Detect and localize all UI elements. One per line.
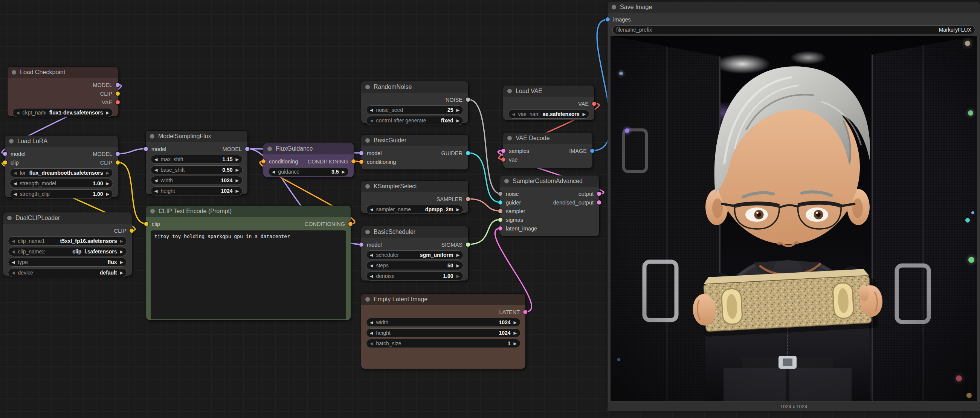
widget-strength-clip[interactable]: strength_clip 1.00 [10, 189, 113, 199]
widget-control-after-generate[interactable]: control after generate fixed [366, 116, 463, 125]
stepper-left-icon[interactable] [12, 239, 15, 243]
stepper-right-icon[interactable] [457, 264, 460, 268]
stepper-left-icon[interactable] [370, 264, 373, 268]
input-dot-sigmas[interactable] [498, 218, 503, 222]
node-load-vae[interactable]: Load VAE VAE vae_name ae.safetensors [503, 86, 594, 120]
node-header[interactable]: KSamplerSelect [361, 181, 468, 192]
input-dot-samples[interactable] [501, 149, 506, 153]
collapse-dot[interactable] [365, 230, 370, 234]
widget-scheduler[interactable]: scheduler sgm_uniform [366, 250, 463, 259]
node-header[interactable]: RandomNoise [361, 81, 468, 93]
output-dot-guider[interactable] [466, 151, 470, 155]
prompt-textarea[interactable]: tjtoy toy holding sparkgpu gpu in a data… [151, 230, 346, 319]
widget-clip-name1[interactable]: clip_name1 t5xxl_fp16.safetensors [8, 237, 127, 246]
widget-width[interactable]: width 1024 [366, 318, 520, 327]
stepper-left-icon[interactable] [12, 260, 15, 264]
widget-filename-prefix[interactable]: filename_prefix MarkuryFLUX [612, 25, 975, 34]
node-header[interactable]: ModelSamplingFlux [146, 131, 247, 142]
input-dot-model[interactable] [3, 152, 7, 156]
widget-clip-name2[interactable]: clip_name2 clip_l.safetensors [8, 247, 127, 256]
stepper-right-icon[interactable] [236, 168, 239, 172]
collapse-dot[interactable] [7, 216, 12, 220]
output-dot-image[interactable] [590, 149, 594, 153]
node-header[interactable]: Empty Latent Image [361, 294, 525, 305]
collapse-dot[interactable] [508, 89, 512, 94]
stepper-right-icon[interactable] [457, 108, 460, 112]
input-dot-images[interactable] [606, 17, 610, 21]
node-header[interactable]: VAE Decode [503, 133, 592, 144]
node-basic-guider[interactable]: BasicGuider model GUIDER conditioning [361, 135, 468, 170]
collapse-dot[interactable] [504, 179, 509, 183]
collapse-dot[interactable] [365, 184, 370, 189]
node-vae-decode[interactable]: VAE Decode samples IMAGE vae [503, 133, 592, 168]
input-dot-model[interactable] [144, 147, 148, 151]
node-header[interactable]: Load LoRA [5, 135, 118, 147]
stepper-right-icon[interactable] [342, 170, 345, 174]
stepper-left-icon[interactable] [370, 274, 373, 278]
node-dual-clip-loader[interactable]: DualCLIPLoader CLIP clip_name1 t5xxl_fp1… [3, 212, 132, 276]
stepper-right-icon[interactable] [106, 171, 109, 175]
stepper-right-icon[interactable] [106, 111, 109, 115]
stepper-left-icon[interactable] [154, 168, 158, 172]
node-save-image[interactable]: Save Image images filename_prefix Markur… [608, 2, 980, 410]
collapse-dot[interactable] [612, 5, 616, 10]
input-dot-model[interactable] [359, 151, 363, 155]
stepper-left-icon[interactable] [154, 189, 158, 193]
stepper-left-icon[interactable] [370, 253, 373, 257]
widget-base-shift[interactable]: base_shift 0.50 [151, 165, 243, 174]
stepper-right-icon[interactable] [106, 192, 109, 196]
stepper-left-icon[interactable] [512, 112, 515, 116]
node-header[interactable]: Load VAE [503, 86, 594, 97]
stepper-left-icon[interactable] [14, 181, 17, 186]
stepper-right-icon[interactable] [120, 271, 123, 275]
stepper-right-icon[interactable] [514, 321, 517, 324]
input-dot-conditioning[interactable] [261, 159, 266, 164]
node-header[interactable]: FluxGuidance [263, 143, 354, 154]
output-dot-clip[interactable] [116, 92, 120, 95]
output-dot-sampler[interactable] [466, 197, 470, 201]
stepper-right-icon[interactable] [236, 157, 239, 162]
output-dot-sigmas[interactable] [466, 243, 470, 247]
widget-max-shift[interactable]: max_shift 1.15 [151, 155, 243, 164]
stepper-right-icon[interactable] [457, 253, 460, 257]
node-empty-latent-image[interactable]: Empty Latent Image LATENT width 1024 hei… [361, 294, 525, 369]
node-header[interactable]: CLIP Text Encode (Prompt) [146, 206, 351, 217]
stepper-left-icon[interactable] [154, 178, 158, 183]
stepper-right-icon[interactable] [514, 342, 517, 346]
input-dot-noise[interactable] [498, 192, 503, 196]
stepper-left-icon[interactable] [14, 171, 17, 175]
input-dot-clip[interactable] [3, 161, 7, 165]
stepper-right-icon[interactable] [120, 239, 123, 243]
node-header[interactable]: DualCLIPLoader [3, 212, 132, 224]
widget-denoise[interactable]: denoise 1.00 [366, 272, 463, 281]
input-dot-latent-image[interactable] [498, 226, 503, 230]
input-dot-guider[interactable] [498, 200, 503, 205]
stepper-right-icon[interactable] [236, 178, 239, 183]
stepper-right-icon[interactable] [514, 331, 517, 335]
stepper-right-icon[interactable] [236, 189, 239, 193]
stepper-left-icon[interactable] [370, 108, 373, 112]
widget-sampler-name[interactable]: sampler_name dpmpp_2m [366, 205, 463, 214]
stepper-right-icon[interactable] [457, 119, 460, 123]
node-flux-guidance[interactable]: FluxGuidance conditioning CONDITIONING g… [263, 143, 354, 177]
node-clip-text-encode[interactable]: CLIP Text Encode (Prompt) clip CONDITION… [146, 206, 351, 320]
node-header[interactable]: BasicScheduler [361, 226, 468, 238]
collapse-dot[interactable] [508, 136, 512, 140]
input-dot-vae[interactable] [501, 157, 506, 162]
node-load-lora[interactable]: Load LoRA model MODEL clip CLIP lor ... … [5, 135, 118, 197]
stepper-right-icon[interactable] [457, 274, 460, 278]
widget-type[interactable]: type flux [8, 257, 127, 267]
widget-height[interactable]: height 1024 [151, 186, 243, 195]
output-dot-vae[interactable] [592, 102, 596, 106]
widget-noise-seed[interactable]: noise_seed 25 [366, 105, 463, 114]
widget-vae-name[interactable]: vae_name ae.safetensors [508, 110, 589, 119]
node-model-sampling-flux[interactable]: ModelSamplingFlux model MODEL max_shift … [146, 131, 247, 194]
output-dot-model[interactable] [245, 147, 249, 151]
stepper-left-icon[interactable] [16, 111, 19, 115]
stepper-left-icon[interactable] [154, 157, 158, 162]
node-load-checkpoint[interactable]: Load Checkpoint MODEL CLIP VAE ckpt_name… [8, 67, 118, 116]
node-graph-canvas[interactable]: Load Checkpoint MODEL CLIP VAE ckpt_name… [0, 0, 980, 418]
output-dot-output[interactable] [597, 192, 601, 196]
stepper-right-icon[interactable] [457, 208, 460, 211]
output-dot-clip[interactable] [130, 229, 134, 233]
